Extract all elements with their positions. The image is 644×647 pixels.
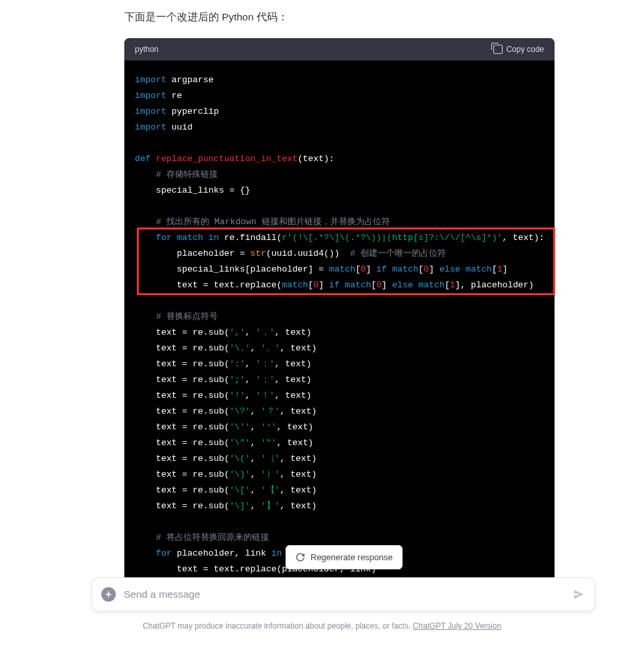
footer-disclaimer: ChatGPT may produce inaccurate informati… [0, 621, 644, 631]
regenerate-button[interactable]: Regenerate response [285, 545, 403, 569]
regenerate-icon [295, 552, 305, 562]
send-icon[interactable] [572, 588, 585, 601]
copy-icon [493, 45, 503, 54]
code-language-label: python [135, 45, 159, 54]
code-body: import argparse import re import pypercl… [124, 60, 555, 589]
code-header: python Copy code [124, 38, 555, 60]
version-link[interactable]: ChatGPT July 20 Version [413, 621, 502, 631]
message-input[interactable] [124, 588, 564, 600]
intro-text: 下面是一个改进后的 Python 代码： [124, 11, 288, 24]
copy-code-label: Copy code [507, 45, 544, 54]
copy-code-button[interactable]: Copy code [493, 45, 544, 54]
code-block: python Copy code import argparse import … [124, 38, 555, 589]
message-input-bar: + [91, 577, 595, 611]
attach-icon[interactable]: + [101, 587, 116, 602]
regenerate-label: Regenerate response [310, 552, 393, 562]
